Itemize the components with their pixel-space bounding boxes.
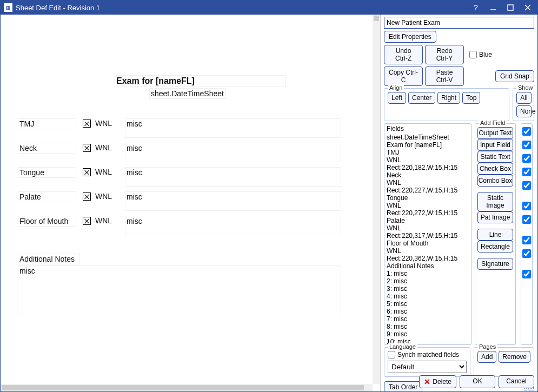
show-input-field-checkbox[interactable] [522, 141, 531, 149]
maximize-icon[interactable] [503, 2, 518, 14]
row-checkbox[interactable] [83, 144, 91, 152]
add-input-field-button[interactable]: Input Field [477, 139, 513, 151]
row-misc[interactable]: misc [125, 191, 341, 211]
fields-list-item[interactable]: Additional Notes [387, 262, 469, 270]
edit-properties-button[interactable]: Edit Properties [384, 31, 436, 43]
align-top-button[interactable]: Top [462, 92, 480, 104]
fields-list-item[interactable]: TMJ [387, 149, 469, 156]
fields-list-item[interactable]: 5: misc [387, 300, 469, 308]
help-icon[interactable]: ? [468, 2, 483, 14]
row-checkbox[interactable] [83, 168, 91, 176]
vertical-scrollbar[interactable] [373, 15, 380, 384]
add-pat-image-button[interactable]: Pat Image [477, 211, 513, 223]
close-icon[interactable] [520, 2, 535, 14]
fields-list-item[interactable]: Rect:220,272,W:15,H:15 [387, 209, 469, 217]
sheet-header[interactable]: Exam for [nameFL] [115, 75, 286, 87]
fields-list-item[interactable]: Rect:220,227,W:15,H:15 [387, 187, 469, 194]
notes-value[interactable]: misc [18, 265, 341, 315]
show-check-box-checkbox[interactable] [522, 168, 531, 176]
sheet-name-input[interactable]: New Patient Exam [384, 17, 534, 29]
grid-snap-button[interactable]: Grid Snap [495, 70, 534, 82]
fields-list-item[interactable]: WNL [387, 247, 469, 255]
show-static-image-checkbox[interactable] [522, 202, 531, 210]
row-wnl[interactable]: WNL [94, 118, 113, 128]
row-misc[interactable]: misc [125, 118, 341, 138]
row-wnl[interactable]: WNL [94, 167, 113, 177]
blue-checkbox[interactable] [469, 51, 477, 58]
fields-list-item[interactable]: 9: misc [387, 330, 469, 338]
pages-remove-button[interactable]: Remove [499, 351, 530, 363]
fields-list-item[interactable]: Rect:220,362,W:15,H:15 [387, 255, 469, 262]
align-right-button[interactable]: Right [437, 92, 460, 104]
undo-button[interactable]: Undo Ctrl-Z [384, 45, 423, 64]
ok-button[interactable]: OK [460, 375, 495, 388]
row-wnl[interactable]: WNL [94, 216, 113, 225]
row-misc[interactable]: misc [125, 143, 341, 162]
fields-listbox[interactable]: Fields sheet.DateTimeSheetExam for [name… [384, 123, 471, 345]
row-checkbox[interactable] [83, 119, 91, 128]
pages-add-button[interactable]: Add [477, 351, 496, 363]
show-none-button[interactable]: None [516, 105, 532, 117]
fields-list-item[interactable]: 4: misc [387, 293, 469, 300]
fields-list-item[interactable]: Exam for [nameFL] [387, 141, 469, 149]
show-line-checkbox[interactable] [522, 236, 531, 244]
fields-list-item[interactable]: 3: misc [387, 285, 469, 293]
fields-list-item[interactable]: Neck [387, 171, 469, 179]
fields-list-item[interactable]: WNL [387, 179, 469, 187]
add-rectangle-button[interactable]: Rectangle [477, 241, 513, 253]
copy-button[interactable]: Copy Ctrl-C [384, 67, 423, 86]
fields-list-item[interactable]: Palate [387, 217, 469, 224]
sheet-canvas[interactable]: Exam for [nameFL] sheet.DateTimeSheet TM… [4, 17, 373, 384]
add-combo-box-button[interactable]: Combo Box [477, 175, 513, 187]
row-label[interactable]: Neck [18, 143, 76, 154]
row-label[interactable]: Tongue [18, 167, 76, 178]
show-all-button[interactable]: All [516, 92, 532, 104]
show-combo-box-checkbox[interactable] [522, 181, 531, 190]
row-label[interactable]: TMJ [18, 118, 76, 129]
notes-label[interactable]: Additional Notes [18, 254, 80, 264]
fields-list-item[interactable]: 2: misc [387, 277, 469, 285]
fields-list-item[interactable]: Rect:220,182,W:15,H:15 [387, 164, 469, 171]
sync-fields-checkbox[interactable] [388, 351, 395, 358]
row-wnl[interactable]: WNL [94, 191, 113, 201]
fields-list-item[interactable]: sheet.DateTimeSheet [387, 134, 469, 141]
fields-list-item[interactable]: 1: misc [387, 270, 469, 277]
row-label[interactable]: Floor of Mouth [18, 216, 76, 227]
fields-list-item[interactable]: 7: misc [387, 315, 469, 323]
delete-button[interactable]: ✕ Delete [419, 375, 456, 388]
show-static-text-checkbox[interactable] [522, 154, 531, 163]
redo-button[interactable]: Redo Ctrl-Y [425, 45, 464, 64]
horizontal-scrollbar[interactable] [1, 384, 373, 391]
row-checkbox[interactable] [83, 192, 91, 201]
fields-list-item[interactable]: WNL [387, 224, 469, 232]
fields-list-item[interactable]: WNL [387, 202, 469, 209]
row-wnl[interactable]: WNL [94, 143, 113, 152]
row-label[interactable]: Palate [18, 191, 76, 202]
align-left-button[interactable]: Left [388, 92, 406, 104]
fields-list-item[interactable]: 8: misc [387, 323, 469, 330]
cancel-button[interactable]: Cancel [499, 375, 534, 388]
add-line-button[interactable]: Line [477, 229, 513, 241]
language-select[interactable]: Default [388, 361, 467, 373]
paste-button[interactable]: Paste Ctrl-V [425, 67, 464, 86]
add-signature-button[interactable]: Signature [477, 258, 513, 270]
fields-list-item[interactable]: Rect:220,317,W:15,H:15 [387, 232, 469, 240]
show-signature-checkbox[interactable] [522, 270, 531, 278]
fields-list-item[interactable]: WNL [387, 156, 469, 164]
sheet-datetime[interactable]: sheet.DateTimeSheet [149, 88, 225, 99]
show-rectangle-checkbox[interactable] [522, 249, 531, 258]
fields-list-item[interactable]: Floor of Mouth [387, 240, 469, 247]
show-output-text-checkbox[interactable] [522, 127, 531, 136]
fields-list-item[interactable]: 6: misc [387, 308, 469, 315]
minimize-icon[interactable] [486, 2, 501, 14]
row-misc[interactable]: misc [125, 216, 341, 235]
add-check-box-button[interactable]: Check Box [477, 163, 513, 175]
row-checkbox[interactable] [83, 217, 91, 225]
add-static-text-button[interactable]: Static Text [477, 151, 513, 163]
fields-list-item[interactable]: Tongue [387, 194, 469, 202]
add-static-image-button[interactable]: Static Image [477, 192, 513, 211]
show-pat-image-checkbox[interactable] [522, 215, 531, 224]
row-misc[interactable]: misc [125, 167, 341, 187]
align-center-button[interactable]: Center [408, 92, 435, 104]
add-output-text-button[interactable]: Output Text [477, 127, 513, 139]
